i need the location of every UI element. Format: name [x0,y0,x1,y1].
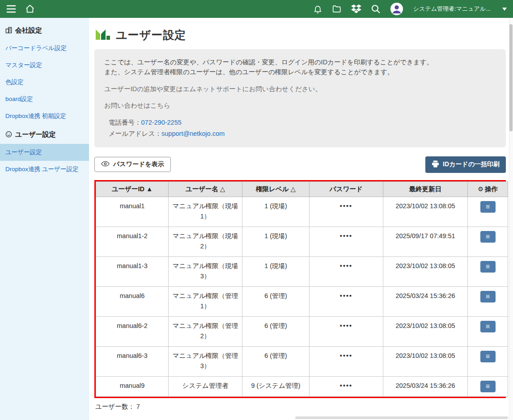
phone-label: 電話番号： [109,119,141,126]
eye-icon [101,161,110,168]
vertical-scrollbar-thumb[interactable] [509,24,513,131]
search-icon[interactable] [370,4,381,14]
user-count-label: ユーザー数： [95,403,135,410]
print-id-cards-button[interactable]: IDカードの一括印刷 [425,156,506,173]
info-box: ここでは、ユーザー名の変更や、パスワードの確認・変更、ログイン用のIDカードを印… [94,49,506,147]
cell-updated: 2023/10/02 13:08:05 [383,256,468,286]
table-row: manual6 マニュアル権限（管理1） 6 (管理) •••• 2025/03… [96,286,508,316]
header-user-id[interactable]: ユーザーID ▲ [96,181,169,197]
header-actions-label: 操作 [485,185,498,193]
cell-level: 1 (現場) [242,227,309,256]
cell-user-id: manual1-2 [96,227,169,256]
cell-user-id: manual6 [96,286,169,316]
row-actions-button[interactable]: ≡ [480,231,496,243]
gear-icon: ⚙ [478,185,483,193]
toolbar: パスワードを表示 IDカードの一括印刷 [94,156,506,173]
table-row: manual1 マニュアル権限（現場1） 1 (現場) •••• 2023/10… [96,197,508,227]
horizontal-scrollbar-thumb[interactable] [295,416,508,419]
chevron-down-icon[interactable] [502,8,507,11]
contact-phone-row: 電話番号：072-290-2255 [109,118,496,127]
cell-updated: 2025/03/24 15:36:26 [383,286,468,316]
sidebar-item-user-settings[interactable]: ユーザー設定 [0,144,89,161]
email-label: メールアドレス： [109,130,161,137]
email-link[interactable]: support@netkojo.com [161,130,225,137]
sidebar-section-company-label: 会社設定 [15,26,42,35]
page-title: ユーザー設定 [116,28,186,42]
cell-user-id: manual6-2 [96,316,169,346]
row-actions-button[interactable]: ≡ [480,261,496,273]
row-actions-button[interactable]: ≡ [480,321,496,332]
cell-updated: 2025/03/24 15:36:26 [383,376,468,396]
table-header-row: ユーザーID ▲ ユーザー名 △ 権限レベル △ パスワード 最終更新日 ⚙操作 [96,181,508,197]
sidebar-section-company: 会社設定 [0,21,89,40]
table-row: manual6-3 マニュアル権限（管理3） 6 (管理) •••• 2023/… [96,346,508,376]
row-actions-button[interactable]: ≡ [480,351,496,362]
cell-user-name: マニュアル権限（管理3） [169,346,242,376]
cell-user-name: システム管理者 [169,376,242,396]
sidebar-item-master-settings[interactable]: マスター設定 [0,57,89,74]
menu-icon[interactable] [6,5,16,13]
cell-password: •••• [309,316,383,346]
sidebar-item-color-settings[interactable]: 色設定 [0,74,89,91]
cell-password: •••• [309,376,383,396]
cell-user-id: manual6-3 [96,346,169,376]
cell-password: •••• [309,346,383,376]
row-actions-button[interactable]: ≡ [480,381,496,392]
header-user-name[interactable]: ユーザー名 △ [169,181,242,197]
header-permission-level[interactable]: 権限レベル △ [242,181,309,197]
home-icon[interactable] [25,4,35,14]
cell-password: •••• [309,227,383,256]
user-count: ユーザー数： 7 [95,403,505,411]
main-layout: 会社設定 バーコードラベル設定 マスター設定 色設定 board設定 Dropb… [0,18,513,420]
highlighted-table-frame: ユーザーID ▲ ユーザー名 △ 権限レベル △ パスワード 最終更新日 ⚙操作… [94,180,506,398]
show-password-label: パスワードを表示 [113,160,164,168]
header-last-updated: 最終更新日 [383,181,468,197]
cell-user-name: マニュアル権限（現場2） [169,227,242,256]
info-line-3: ユーザーIDの追加や変更はエムネットサポートにお問い合わせください。 [104,84,496,94]
page-header: ユーザー設定 [94,27,506,43]
cell-user-name: マニュアル権限（現場3） [169,256,242,286]
bell-icon[interactable] [313,4,322,14]
cell-level: 9 (システム管理) [242,376,309,396]
cell-updated: 2023/10/02 13:08:05 [383,346,468,376]
header-password: パスワード [309,181,383,197]
header-actions: ⚙操作 [468,181,508,197]
cell-user-name: マニュアル権限（管理1） [169,286,242,316]
sidebar-item-board-settings[interactable]: board設定 [0,91,89,108]
cell-updated: 2025/09/17 07:49:51 [383,227,468,256]
cell-level: 6 (管理) [242,286,309,316]
avatar[interactable] [390,2,403,16]
print-id-cards-label: IDカードの一括印刷 [443,160,500,168]
table-row: manual1-3 マニュアル権限（現場3） 1 (現場) •••• 2023/… [96,256,508,286]
row-actions-button[interactable]: ≡ [480,201,496,213]
cell-password: •••• [309,256,383,286]
sidebar-item-barcode-label-settings[interactable]: バーコードラベル設定 [0,40,89,57]
table-row: manual9 システム管理者 9 (システム管理) •••• 2025/03/… [96,376,508,396]
phone-link[interactable]: 072-290-2255 [141,119,182,126]
sidebar-item-dropbox-user-settings[interactable]: Dropbox連携 ユーザー設定 [0,161,89,178]
vertical-scrollbar-track[interactable] [509,18,513,420]
cell-password: •••• [309,197,383,227]
cell-user-name: マニュアル権限（現場1） [169,197,242,227]
content-area: ユーザー設定 ここでは、ユーザー名の変更や、パスワードの確認・変更、ログイン用の… [89,18,513,420]
sidebar-section-user: ユーザー設定 [0,125,89,144]
info-line-4: お問い合わせはこちら [104,101,496,110]
top-bar: システム管理者:マニュアル... [0,0,513,18]
cell-updated: 2023/10/02 13:08:05 [383,197,468,227]
table-row: manual1-2 マニュアル権限（現場2） 1 (現場) •••• 2025/… [96,227,508,256]
cell-level: 6 (管理) [242,316,309,346]
brand-logo [94,27,111,43]
current-user-label[interactable]: システム管理者:マニュアル... [413,5,491,13]
info-line-1: ここでは、ユーザー名の変更や、パスワードの確認・変更、ログイン用のIDカードを印… [104,59,433,66]
sidebar-item-dropbox-initial-settings[interactable]: Dropbox連携 初期設定 [0,108,89,125]
cell-updated: 2023/10/02 13:08:05 [383,316,468,346]
building-icon [5,27,12,35]
dropbox-icon[interactable] [351,4,361,14]
cell-user-id: manual1 [96,197,169,227]
cell-level: 1 (現場) [242,197,309,227]
sidebar-section-user-label: ユーザー設定 [15,130,56,139]
folder-icon[interactable] [331,4,342,14]
show-password-button[interactable]: パスワードを表示 [94,157,171,172]
row-actions-button[interactable]: ≡ [480,291,496,302]
cell-user-id: manual9 [96,376,169,396]
